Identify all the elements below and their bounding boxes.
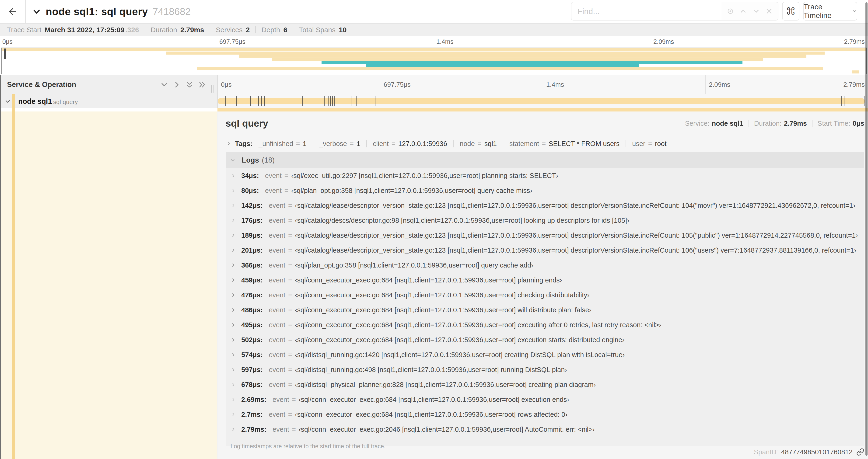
find-next-icon[interactable] [752, 7, 760, 15]
page-title: node sql1: sql query [46, 6, 148, 18]
log-event-tick[interactable] [236, 96, 237, 106]
log-event-tick[interactable] [356, 96, 356, 106]
tag-value: SELECT * FROM users [549, 140, 620, 147]
equals-sign: = [288, 366, 292, 374]
log-event-tick[interactable] [264, 96, 265, 106]
log-row[interactable]: 486μs:event=‹sql/conn_executor_exec.go:6… [226, 302, 864, 318]
collapse-one-icon[interactable] [160, 80, 169, 89]
log-row[interactable]: 176μs:event=‹sql/catalog/descs/descripto… [226, 213, 864, 228]
log-value: ‹sql/conn_executor_exec.go:684 [nsql1,cl… [299, 396, 569, 403]
log-row[interactable]: 142μs:event=‹sql/catalog/lease/descripto… [226, 198, 864, 213]
log-expand-chevron-icon[interactable] [230, 233, 236, 238]
view-selector-button[interactable]: Trace Timeline [803, 2, 857, 21]
span-row-node-sql1[interactable]: node sql1 sql query [0, 94, 868, 108]
log-row[interactable]: 2.69ms:event=‹sql/conn_executor_exec.go:… [226, 392, 864, 407]
log-row[interactable]: 678μs:event=‹sql/distsql_physical_planne… [226, 377, 864, 392]
log-key: event [265, 187, 282, 195]
collapse-all-icon[interactable] [185, 80, 194, 89]
log-event-tick[interactable] [844, 96, 844, 106]
trace-start-value: March 31 2022, 17:25:09 [44, 26, 124, 34]
log-event-tick[interactable] [375, 96, 375, 106]
span-duration-bar[interactable] [218, 98, 865, 104]
log-row[interactable]: 189μs:event=‹sql/catalog/lease/descripto… [226, 228, 864, 243]
clear-find-icon[interactable] [765, 7, 773, 15]
span-row-name-cell[interactable]: node sql1 sql query [0, 94, 217, 108]
service-operation-header: Service & Operation [0, 75, 217, 94]
log-expand-chevron-icon[interactable] [230, 382, 236, 387]
services-label: Services [216, 26, 243, 34]
log-event-tick[interactable] [865, 96, 865, 106]
find-input[interactable] [571, 2, 721, 21]
log-expand-chevron-icon[interactable] [230, 277, 236, 283]
log-row[interactable]: 574μs:event=‹sql/distsql_running.go:1420… [226, 347, 864, 362]
log-event-tick[interactable] [332, 96, 333, 106]
log-event-tick[interactable] [334, 96, 335, 106]
log-expand-chevron-icon[interactable] [230, 218, 236, 223]
ruler-tick-label: 697.75μs [383, 81, 411, 88]
span-service-name: node sql1 [18, 97, 52, 106]
log-expand-chevron-icon[interactable] [230, 248, 236, 253]
log-expand-chevron-icon[interactable] [230, 292, 236, 298]
log-expand-chevron-icon[interactable] [230, 262, 236, 268]
log-event-tick[interactable] [330, 96, 331, 106]
vertical-scrollbar[interactable] [865, 2, 868, 456]
logs-header[interactable]: Logs (18) [226, 152, 864, 168]
collapse-children-chevron-icon[interactable] [4, 98, 11, 105]
column-resize-grip[interactable] [211, 85, 215, 93]
keyboard-shortcuts-button[interactable]: ⌘ [782, 2, 799, 21]
expand-all-icon[interactable] [197, 80, 207, 89]
service-label: Service: [685, 120, 710, 127]
find-prev-icon[interactable] [739, 7, 747, 15]
log-event-tick[interactable] [258, 96, 259, 106]
log-expand-chevron-icon[interactable] [230, 352, 236, 358]
equals-sign: = [288, 411, 292, 418]
log-expand-chevron-icon[interactable] [230, 173, 236, 178]
selected-span-row-background[interactable] [0, 111, 217, 459]
log-event-tick[interactable] [225, 96, 226, 106]
back-button[interactable] [0, 0, 26, 23]
tags-section[interactable]: Tags: _unfinished=1_verbose=1client=127.… [226, 138, 864, 150]
logs-collapse-chevron-icon[interactable] [229, 157, 236, 163]
log-event-tick[interactable] [261, 96, 262, 106]
log-row[interactable]: 459μs:event=‹sql/conn_executor_exec.go:6… [226, 273, 864, 288]
log-event-tick[interactable] [324, 96, 324, 106]
log-event-tick[interactable] [841, 96, 842, 106]
equals-sign: = [292, 396, 296, 403]
log-expand-chevron-icon[interactable] [230, 322, 236, 328]
log-value: ‹sql/conn_executor_exec.go:684 [nsql1,cl… [295, 336, 624, 344]
minimap-canvas[interactable] [1, 47, 867, 74]
log-event-tick[interactable] [328, 96, 329, 106]
log-row[interactable]: 502μs:event=‹sql/conn_executor_exec.go:6… [226, 332, 864, 347]
log-row[interactable]: 80μs:event=‹sql/plan_opt.go:358 [nsql1,c… [226, 183, 864, 198]
locate-span-icon[interactable] [726, 7, 734, 15]
log-expand-chevron-icon[interactable] [230, 188, 236, 193]
equals-sign: = [288, 381, 292, 389]
log-row[interactable]: 2.79ms:event=‹sql/conn_executor_exec.go:… [226, 422, 864, 437]
log-event-tick[interactable] [351, 96, 351, 106]
log-expand-chevron-icon[interactable] [230, 397, 236, 402]
log-expand-chevron-icon[interactable] [230, 337, 236, 342]
log-expand-chevron-icon[interactable] [230, 307, 236, 313]
log-row[interactable]: 476μs:event=‹sql/conn_executor_exec.go:6… [226, 288, 864, 302]
log-expand-chevron-icon[interactable] [230, 427, 236, 432]
log-row[interactable]: 597μs:event=‹sql/distsql_running.go:498 … [226, 362, 864, 377]
log-row[interactable]: 34μs:event=‹sql/exec_util.go:2297 [nsql1… [226, 168, 864, 183]
tags-expand-chevron-icon[interactable] [226, 141, 232, 147]
span-row-timeline-cell[interactable] [217, 94, 868, 108]
collapse-trace-chevron-icon[interactable] [32, 7, 41, 16]
detail-row-span-bar[interactable] [217, 108, 868, 111]
expand-one-icon[interactable] [172, 80, 182, 89]
log-expand-chevron-icon[interactable] [230, 367, 236, 372]
log-expand-chevron-icon[interactable] [230, 412, 236, 417]
log-row[interactable]: 2.7ms:event=‹sql/conn_executor_exec.go:6… [226, 407, 864, 422]
log-row[interactable]: 366μs:event=‹sql/plan_opt.go:358 [nsql1,… [226, 258, 864, 273]
deep-link-icon[interactable] [856, 448, 864, 456]
log-expand-chevron-icon[interactable] [230, 203, 236, 208]
minimap-left-scrubber[interactable] [4, 48, 6, 59]
log-row[interactable]: 201μs:event=‹sql/catalog/lease/descripto… [226, 243, 864, 258]
minimap-span-bar [166, 52, 825, 55]
divider [145, 26, 145, 33]
log-event-tick[interactable] [302, 96, 303, 106]
log-event-tick[interactable] [250, 96, 251, 106]
log-row[interactable]: 495μs:event=‹sql/conn_executor_exec.go:6… [226, 318, 864, 332]
